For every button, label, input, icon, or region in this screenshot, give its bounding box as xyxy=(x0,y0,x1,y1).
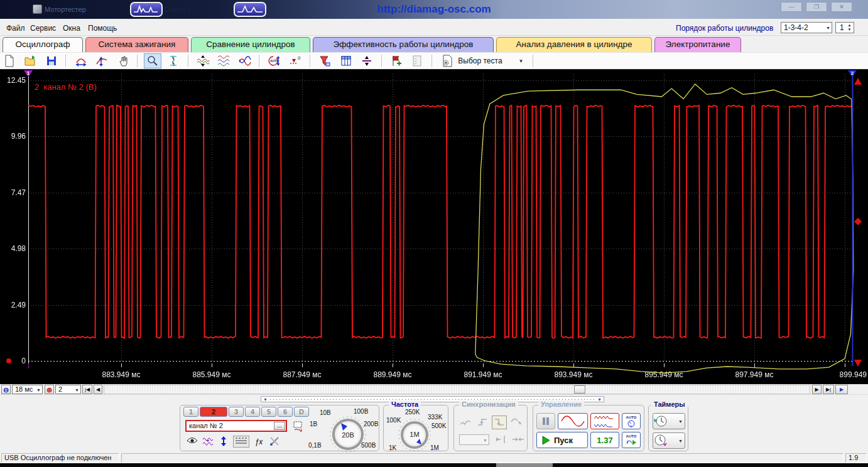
pause-button[interactable] xyxy=(536,413,555,429)
continuous-sweep-button[interactable] xyxy=(590,413,619,429)
channel-1-button[interactable]: 1 xyxy=(183,407,198,417)
trigger-rising-button[interactable] xyxy=(475,416,490,429)
menu-windows[interactable]: Окна xyxy=(60,23,83,34)
auto-run-icon xyxy=(626,438,637,446)
tab-ignition-system[interactable]: Система зажигания xyxy=(85,37,188,52)
chevron-down-icon: ▼ xyxy=(519,58,524,64)
channel-6-button[interactable]: 6 xyxy=(278,407,293,417)
tab-oscilloscope[interactable]: Осциллограф xyxy=(3,37,83,52)
time-scrollbar[interactable] xyxy=(104,385,810,394)
waveforms-overlay-button[interactable] xyxy=(236,53,254,68)
zoom-button[interactable] xyxy=(144,53,161,68)
vertical-arrows-icon xyxy=(219,436,228,446)
level-divider-button[interactable] xyxy=(358,53,376,68)
cylinder-value: 1 xyxy=(840,23,844,32)
sync-position-icon xyxy=(494,434,507,444)
tab-cylinder-pressure[interactable]: Анализ давления в цилиндре xyxy=(496,37,652,52)
levels-button[interactable] xyxy=(233,436,249,448)
scrollbar-thumb[interactable] xyxy=(574,385,585,394)
maximize-button[interactable]: ❐ xyxy=(806,2,827,12)
minimize-button[interactable]: — xyxy=(781,2,802,12)
open-file-button[interactable] xyxy=(21,53,39,68)
timer-2-button[interactable]: ▼ xyxy=(653,432,685,449)
channel-4-button[interactable]: 4 xyxy=(245,407,260,417)
trigger-rising-icon xyxy=(476,417,489,427)
auto-run-button[interactable]: AUTO xyxy=(622,432,641,448)
go-last-button[interactable]: ▶| xyxy=(823,385,834,394)
trigger-manual-button[interactable] xyxy=(509,416,524,429)
tab-cylinder-efficiency[interactable]: Эффективность работы цилиндров xyxy=(313,37,494,52)
channel-2-button[interactable]: 2 xyxy=(200,407,227,417)
toolbar-separator xyxy=(259,55,259,67)
timer-1-button[interactable]: ▼ xyxy=(653,413,685,429)
chevron-down-icon: ▼ xyxy=(75,386,79,393)
step-forward-button[interactable]: ▶ xyxy=(812,385,822,394)
trace-select[interactable]: 2 ▼ xyxy=(55,385,81,394)
time-zoom-in-button[interactable]: ⊕ xyxy=(45,385,54,394)
zoom-icon xyxy=(146,55,159,67)
sync-source-select[interactable]: ▼ xyxy=(459,434,489,445)
menu-file[interactable]: Файл xyxy=(4,23,28,34)
table-button[interactable] xyxy=(337,53,355,68)
single-sweep-button[interactable] xyxy=(558,413,588,429)
test-select-button[interactable]: Выбор теста ▼ xyxy=(437,53,527,68)
channel-5-button[interactable]: 5 xyxy=(261,407,276,417)
filter-button[interactable] xyxy=(316,53,334,68)
range-end-handle[interactable]: ▼ xyxy=(597,397,602,402)
connection-status: USB Осциллограф не подключен xyxy=(1,453,119,463)
tab-cylinder-compare[interactable]: Сравнение цилиндров xyxy=(191,37,310,52)
display-rotate-button[interactable] xyxy=(291,421,306,433)
autoscale-button[interactable]: AUTO xyxy=(266,53,283,68)
go-first-button[interactable]: |◀ xyxy=(82,385,92,394)
probe-setup-button[interactable] xyxy=(268,436,281,448)
tab-power-supply[interactable]: Электропитание xyxy=(654,37,741,52)
compress-time-button[interactable] xyxy=(194,53,212,68)
new-file-button[interactable] xyxy=(1,53,18,68)
firing-order-select[interactable]: 1-3-4-2 ▼ xyxy=(781,22,832,33)
auto-setup-button[interactable]: AUTO V xyxy=(622,413,641,429)
eye-icon xyxy=(187,436,198,445)
application-window: Мотортестер Diapaz 2 http://diamag-osc.c… xyxy=(0,0,868,467)
fit-vertical-icon xyxy=(95,55,109,67)
markers-button[interactable] xyxy=(165,53,182,68)
timers-title: Таймеры xyxy=(651,400,688,408)
channel-visible-button[interactable] xyxy=(185,436,199,448)
sync-collapse-button[interactable] xyxy=(511,434,526,446)
menu-help[interactable]: Помощь xyxy=(85,23,119,34)
zero-level-button[interactable]: 0 xyxy=(286,53,304,68)
trigger-falling-button[interactable] xyxy=(492,416,507,429)
report-button[interactable] xyxy=(408,53,426,68)
sync-position-button[interactable] xyxy=(493,434,508,446)
fit-horizontal-button[interactable] xyxy=(72,53,90,68)
trigger-free-button[interactable] xyxy=(458,416,473,429)
menu-service[interactable]: Сервис xyxy=(28,23,58,34)
amplitude-scale-button[interactable] xyxy=(217,436,231,448)
add-flag-button[interactable] xyxy=(388,53,405,68)
spinner-arrows-icon[interactable]: ▲▼ xyxy=(846,23,853,32)
waveforms-stack-button[interactable] xyxy=(215,53,232,68)
frequency-value: 1M xyxy=(402,431,427,438)
formula-button[interactable]: ƒx xyxy=(252,436,266,448)
trigger-pointer-icon xyxy=(510,417,523,427)
hand-tool-button[interactable] xyxy=(114,53,132,68)
channel-d-button[interactable]: D xyxy=(294,407,309,417)
time-zoom-out-button[interactable]: ⊖ xyxy=(1,385,11,394)
step-back-button[interactable]: ◀ xyxy=(94,385,102,394)
svg-text:0: 0 xyxy=(298,55,301,61)
save-button[interactable] xyxy=(43,53,60,68)
compress-time-icon xyxy=(196,55,210,67)
fit-vertical-button[interactable] xyxy=(93,53,111,68)
play-button[interactable]: ▶ xyxy=(835,385,848,394)
timer-start-icon xyxy=(653,414,668,428)
cylinder-spinner[interactable]: 1 ▲▼ xyxy=(835,22,854,33)
range-start-handle[interactable]: ▼ xyxy=(263,397,268,402)
close-button[interactable]: ✕ xyxy=(831,2,852,12)
scope-canvas[interactable] xyxy=(0,70,868,384)
channel-3-button[interactable]: 3 xyxy=(229,407,244,417)
start-button[interactable]: Пуск xyxy=(536,432,588,448)
start-label: Пуск xyxy=(554,436,573,445)
channel-more-button[interactable]: ... xyxy=(274,422,285,430)
channel-name-field[interactable]: канал № 2 ... xyxy=(185,420,287,432)
time-scale-select[interactable]: 18 мс ▼ xyxy=(12,385,43,394)
noise-filter-button[interactable] xyxy=(201,436,215,448)
